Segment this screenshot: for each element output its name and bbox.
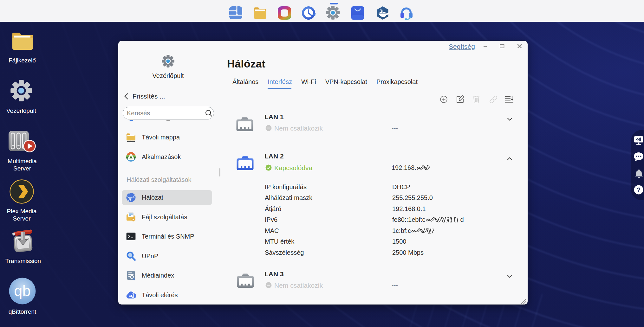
svg-text:qb: qb	[14, 282, 30, 299]
svg-text:?: ?	[637, 186, 641, 193]
